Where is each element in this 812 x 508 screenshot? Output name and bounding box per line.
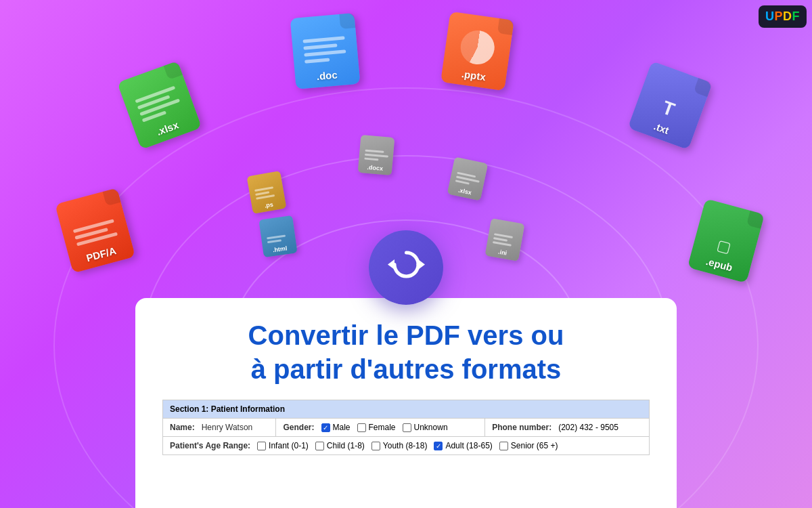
male-label: Male [333, 423, 351, 432]
age-range-cell: Patient's Age Range: Infant (0-1) Child … [163, 437, 650, 455]
logo-p: P [774, 9, 783, 23]
age-range-label: Patient's Age Range: [170, 441, 250, 450]
child-checkbox [315, 442, 324, 450]
xlsx-large-label: .xlsx [155, 119, 180, 137]
epub-large-icon: ▢ .epub [685, 196, 766, 285]
child-label: Child (1-8) [327, 441, 365, 450]
gender-male: ✓ Male [321, 423, 351, 432]
infant-checkbox [257, 442, 266, 450]
main-title: Convertir le PDF vers ou à partir d'autr… [162, 318, 650, 386]
updf-logo: UPDF [759, 5, 807, 28]
convert-icon [388, 246, 425, 290]
unknown-label: Unknown [414, 423, 448, 432]
unknown-checkbox [403, 423, 411, 432]
section-header-row: Section 1: Patient Information [163, 400, 650, 419]
gender-label: Gender: [283, 423, 314, 432]
name-value: Henry Watson [202, 423, 253, 432]
txt-large-icon: T .txt [625, 58, 715, 152]
logo-f: F [792, 9, 800, 23]
adult-checkbox: ✓ [434, 442, 443, 450]
female-checkbox [357, 423, 366, 432]
doc-large-icon: .doc [288, 11, 361, 91]
xlsx-large-icon: .xlsx [114, 58, 204, 152]
docx-small-icon: .docx [357, 134, 396, 176]
xlsx-small-label: .xlsx [457, 187, 472, 196]
pdf-preview-table: Section 1: Patient Information Name: Hen… [162, 400, 650, 455]
phone-cell: Phone number: (202) 432 - 9505 [485, 419, 650, 437]
pdfa-large-icon: PDF/A [52, 186, 137, 275]
pptx-large-label: .pptx [461, 68, 487, 83]
gender-female: Female [357, 423, 396, 432]
pdfa-large-label: PDF/A [85, 245, 117, 263]
name-cell: Name: Henry Watson [163, 419, 276, 437]
gender-unknown: Unknown [403, 423, 448, 432]
ini-small-icon: .ini [484, 217, 525, 262]
doc-large-label: .doc [316, 68, 338, 82]
senior-label: Senior (65 +) [511, 441, 558, 450]
gender-cell: Gender: ✓ Male Female Unknown [276, 419, 485, 437]
age-range-group: Patient's Age Range: Infant (0-1) Child … [170, 441, 642, 450]
convert-button[interactable] [369, 230, 443, 305]
adult-label: Adult (18-65) [445, 441, 492, 450]
ini-label: .ini [497, 249, 508, 257]
age-adult: ✓ Adult (18-65) [434, 441, 492, 450]
html-small-icon: .html [258, 215, 298, 259]
logo-d: D [783, 9, 792, 23]
infant-label: Infant (0-1) [269, 441, 309, 450]
txt-large-label: .txt [652, 120, 671, 136]
ps-label: .ps [264, 201, 274, 209]
section-header: Section 1: Patient Information [163, 400, 650, 419]
male-checkbox: ✓ [321, 423, 330, 432]
age-infant: Infant (0-1) [257, 441, 309, 450]
title-line2: à partir d'autres formats [251, 354, 562, 384]
phone-label: Phone number: [492, 423, 551, 432]
phone-value: (202) 432 - 9505 [558, 423, 618, 432]
age-senior: Senior (65 +) [499, 441, 558, 450]
content-panel: Convertir le PDF vers ou à partir d'autr… [135, 298, 677, 508]
svg-marker-3 [418, 259, 425, 270]
youth-label: Youth (8-18) [383, 441, 428, 450]
age-range-row: Patient's Age Range: Infant (0-1) Child … [163, 437, 650, 455]
html-label: .html [272, 245, 288, 253]
age-youth: Youth (8-18) [371, 441, 428, 450]
epub-large-label: .epub [705, 255, 734, 273]
docx-label: .docx [367, 164, 383, 172]
name-label: Name: [170, 423, 195, 432]
youth-checkbox [371, 442, 380, 450]
gender-group: Gender: ✓ Male Female Unknown [283, 423, 478, 432]
senior-checkbox [499, 442, 508, 450]
logo-u: U [765, 9, 775, 23]
title-line1: Convertir le PDF vers ou [248, 320, 564, 350]
age-child: Child (1-8) [315, 441, 365, 450]
svg-marker-4 [388, 259, 394, 270]
ps-small-icon: .ps [246, 170, 287, 215]
xlsx-small-icon: .xlsx [447, 156, 489, 202]
patient-info-row: Name: Henry Watson Gender: ✓ Male Female [163, 419, 650, 437]
pptx-large-icon: .pptx [438, 9, 516, 93]
female-label: Female [369, 423, 396, 432]
